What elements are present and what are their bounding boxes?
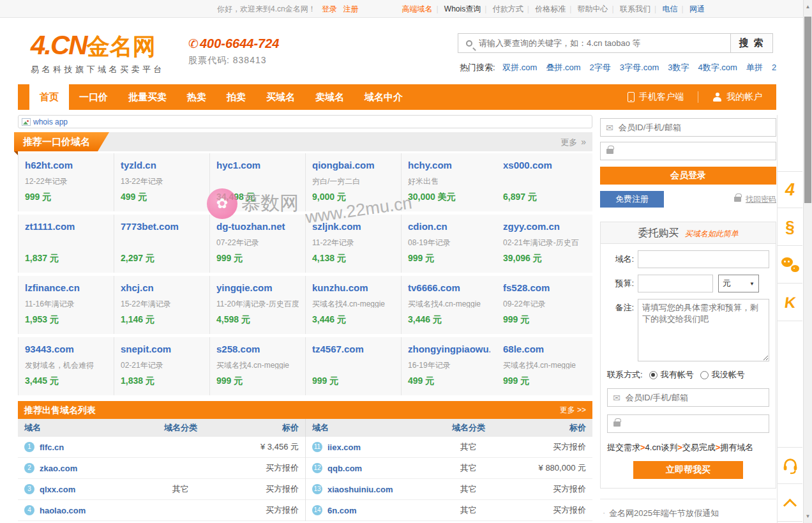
domain-link[interactable]: qlxx.com <box>40 485 139 494</box>
domain-card[interactable]: 7773bet.com 2,297 元 <box>114 215 209 273</box>
page-scrollbar[interactable]: ▲ ▼ <box>803 0 812 523</box>
domain-link[interactable]: hyc1.com <box>216 160 299 171</box>
table-row[interactable]: 12 qqb.com 其它 ¥ 880,000 元 <box>306 458 592 479</box>
my-account-link[interactable]: 我的帐户 <box>698 91 776 103</box>
domain-link[interactable]: xhcj.cn <box>121 282 203 293</box>
domain-card[interactable]: h62ht.com 12-22年记录 999 元 <box>18 153 114 211</box>
domain-link[interactable]: xiaoshuiniu.com <box>327 485 427 494</box>
domain-card[interactable]: hchy.com 好米出售 30,000 美元 <box>401 153 497 211</box>
domain-card[interactable]: xhcj.cn 15-22年满记录 1,146 元 <box>114 276 209 334</box>
table-row[interactable]: 3 qlxx.com 其它 买方报价 <box>18 479 305 500</box>
table-row[interactable]: 1 flfc.cn ¥ 3,456 元 <box>18 437 305 458</box>
table-row[interactable]: 13 xiaoshuiniu.com 其它 买方报价 <box>306 479 592 500</box>
domain-card[interactable]: tz4567.com 999 元 <box>305 337 401 395</box>
domain-card[interactable]: kunzhu.com 买域名找4.cn-meggie 3,446 元 <box>305 276 401 334</box>
floatbar-link-button[interactable]: § <box>778 209 802 246</box>
register-link[interactable]: 注册 <box>343 4 358 13</box>
currency-select[interactable]: 元 ▼ <box>718 275 759 292</box>
domain-card[interactable]: xs000.com 6,897 元 <box>497 153 592 211</box>
topbar-link-premium-domains[interactable]: 高端域名 <box>402 4 432 13</box>
domain-link[interactable]: qiongbai.com <box>312 160 395 171</box>
news-item[interactable]: 金名网2025年端午节放假通知 <box>600 502 776 523</box>
domain-card[interactable]: tyzld.cn 13-22年记录 499 元 <box>114 153 209 211</box>
domain-link[interactable]: xs000.com <box>503 160 586 171</box>
mobile-app-link[interactable]: 手机客户端 <box>613 91 698 103</box>
domain-link[interactable]: dg-tuozhan.net <box>216 221 299 232</box>
search-input[interactable] <box>472 38 730 48</box>
domain-link[interactable]: zt1111.com <box>25 221 107 232</box>
domain-link[interactable]: lzfinance.cn <box>25 282 107 293</box>
nav-tab-home[interactable]: 首页 <box>29 84 69 110</box>
nav-tab[interactable]: 卖域名 <box>305 84 354 110</box>
domain-link[interactable]: iiex.com <box>327 443 427 452</box>
domain-link[interactable]: zgyy.com.cn <box>503 221 586 232</box>
domain-link[interactable]: zkao.com <box>40 464 139 473</box>
buy-for-me-button[interactable]: 立即帮我买 <box>633 461 743 479</box>
table-row[interactable]: 2 zkao.com 买方报价 <box>18 458 305 479</box>
topbar-link-telecom[interactable]: 电信 <box>663 4 678 13</box>
hot-search-link[interactable]: 单拼 <box>746 63 763 72</box>
sale-table-more-link[interactable]: 更多 >> <box>560 401 586 419</box>
domain-card[interactable]: fs528.com 09-22年记录 999 元 <box>497 276 592 334</box>
domain-link[interactable]: yingqie.com <box>216 282 299 293</box>
domain-card[interactable]: qiongbai.com 穷白/一穷二白 9,000 元 <box>305 153 401 211</box>
radio-no-account-label[interactable]: 我没帐号 <box>712 369 745 381</box>
scrollbar-down-arrow[interactable]: ▼ <box>804 513 812 519</box>
site-logo[interactable]: 4.CN金名网 易名科技旗下域名买卖平台 <box>31 30 165 75</box>
radio-has-account[interactable] <box>649 371 658 379</box>
domain-link[interactable]: qqb.com <box>327 464 427 473</box>
hot-search-link[interactable]: 3数字 <box>668 63 689 72</box>
domain-card[interactable]: zgyy.com.cn 02-21年满记录-历史百 39,096 元 <box>497 215 592 273</box>
forgot-password-link[interactable]: 找回密码 <box>728 194 776 205</box>
password-input[interactable] <box>618 146 776 156</box>
domain-link[interactable]: 7773bet.com <box>121 221 203 232</box>
table-row[interactable]: 14 6n.com 其它 买方报价 <box>306 500 592 521</box>
domain-card[interactable]: zt1111.com 1,837 元 <box>18 215 114 273</box>
domain-link[interactable]: snepit.com <box>121 344 203 354</box>
topbar-link-payment[interactable]: 付款方式 <box>493 4 523 13</box>
consign-password-input[interactable] <box>625 419 769 428</box>
login-link[interactable]: 登录 <box>322 4 337 13</box>
domain-link[interactable]: zhongyingpiaowu.com <box>408 344 490 354</box>
domain-card[interactable]: lzfinance.cn 11-16年满记录 1,953 元 <box>18 276 114 334</box>
domain-card[interactable]: 93443.com 发财域名，机会难得 3,445 元 <box>18 337 114 395</box>
nav-tab[interactable]: 拍卖 <box>216 84 256 110</box>
hot-search-link[interactable]: 2字母 <box>590 63 611 72</box>
topbar-link-netcom[interactable]: 网通 <box>689 4 705 13</box>
nav-tab[interactable]: 域名中介 <box>354 84 413 110</box>
domain-link[interactable]: hchy.com <box>408 160 490 171</box>
domain-card[interactable]: szljnk.com 11-22年记录 4,138 元 <box>305 215 401 273</box>
scrollbar-up-arrow[interactable]: ▲ <box>804 4 812 10</box>
topbar-link-help[interactable]: 帮助中心 <box>578 4 608 13</box>
hot-search-link[interactable]: 双拼.com <box>502 63 537 72</box>
radio-no-account[interactable] <box>700 371 709 379</box>
domain-link[interactable]: 68le.com <box>503 344 586 354</box>
floatbar-4cn-button[interactable]: 4 <box>778 171 802 208</box>
table-row[interactable]: 11 iiex.com 其它 买方报价 <box>306 437 592 458</box>
domain-link[interactable]: fs528.com <box>503 282 586 293</box>
topbar-link-whois[interactable]: Whois查询 <box>444 4 481 13</box>
domain-card[interactable]: hyc1.com 34,498 元 <box>209 153 305 211</box>
member-login-button[interactable]: 会员登录 <box>600 167 776 185</box>
domain-link[interactable]: tv6666.com <box>408 282 490 293</box>
search-button[interactable]: 搜 索 <box>730 34 772 52</box>
domain-link[interactable]: tz4567.com <box>312 344 395 354</box>
consign-note-textarea[interactable] <box>638 299 769 361</box>
topbar-link-contact[interactable]: 联系我们 <box>620 4 650 13</box>
domain-link[interactable]: cdion.cn <box>408 221 490 232</box>
member-id-input[interactable] <box>616 123 776 132</box>
nav-tab[interactable]: 批量买卖 <box>118 84 177 110</box>
domain-card[interactable]: zhongyingpiaowu.com 16-19年记录 499 元 <box>401 337 497 395</box>
hot-search-link[interactable]: 4数字.com <box>698 63 737 72</box>
free-register-button[interactable]: 免费注册 <box>600 191 664 208</box>
back-to-top-button[interactable] <box>778 485 802 522</box>
recommend-more-link[interactable]: 更多» <box>560 132 586 152</box>
domain-card[interactable]: 68le.com 买域名找4.cn-meggie 999 元 <box>497 337 592 395</box>
domain-link[interactable]: tyzld.cn <box>121 160 203 171</box>
consign-domain-input[interactable] <box>638 250 769 268</box>
domain-card[interactable]: dg-tuozhan.net 07-22年记录 999 元 <box>209 215 305 273</box>
domain-link[interactable]: s258.com <box>216 344 299 354</box>
domain-link[interactable]: szljnk.com <box>312 221 395 232</box>
consign-member-id-input[interactable] <box>623 393 769 402</box>
domain-link[interactable]: kunzhu.com <box>312 282 395 293</box>
